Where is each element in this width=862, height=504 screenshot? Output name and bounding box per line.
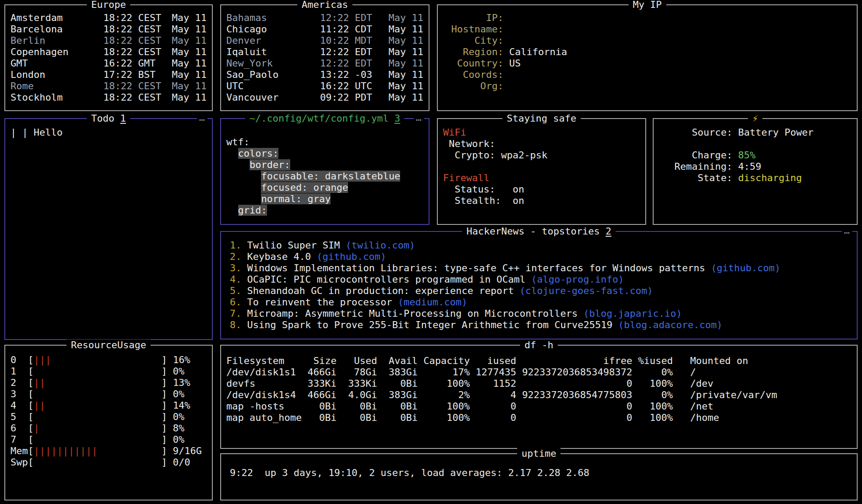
resource-row-value: ] 0% — [34, 366, 184, 377]
clock-row: Rome 18:22 CEST May 11 — [11, 80, 207, 92]
resource-usage-list: 0 [||| ] 16% 1 [ ] 0% 2 [|| ] 13% 3 [ ] … — [5, 346, 212, 472]
story-domain[interactable]: (medium.com) — [398, 297, 468, 308]
todo-more-indicator[interactable]: … — [197, 112, 208, 123]
story-title[interactable]: Windows Implementation Libraries: type-s… — [247, 262, 705, 273]
battery-row: Charge: 85% — [671, 150, 851, 161]
ip-field-row: Region: California — [443, 46, 851, 58]
config-line: wtf: — [226, 136, 423, 148]
hackernews-panel: HackerNews - topstories 2 … 1.Twilio Sup… — [220, 231, 858, 340]
europe-clock-list: Amsterdam 18:22 CEST May 11 Barcelona 18… — [5, 5, 212, 107]
clock-city: Iqaluit — [226, 46, 320, 58]
hackernews-story[interactable]: 7.Microamp: Asymmetric Multi-Processing … — [230, 308, 851, 319]
df-table: Filesystem Size Used Avail Capacity iuse… — [221, 346, 857, 427]
clock-row: UTC 16:22 UTC May 11 — [226, 80, 423, 92]
story-title[interactable]: Shenandoah GC in production: experience … — [247, 285, 514, 296]
resource-row-value: ] 16% — [51, 354, 190, 365]
hackernews-story[interactable]: 2.Keybase 4.0(github.com) — [230, 251, 851, 262]
clock-date: May 11 — [169, 58, 207, 69]
story-title[interactable]: Keybase 4.0 — [247, 251, 311, 262]
hackernews-story[interactable]: 4.OCaPIC: PIC microcontrollers programme… — [230, 274, 851, 285]
battery-row-label: State: — [671, 172, 732, 184]
config-line: grid: — [226, 205, 423, 216]
security-line-text: WiFi — [443, 127, 466, 138]
clock-row: Amsterdam 18:22 CEST May 11 — [11, 12, 207, 24]
clock-row: Sao_Paolo 13:22 -03 May 11 — [226, 69, 423, 80]
story-title[interactable]: To reinvent the processor — [247, 297, 392, 308]
config-file-path: ~/.config/wtf/config.yml — [250, 113, 389, 124]
config-file-shortcut: 3 — [394, 113, 400, 124]
story-domain[interactable]: (algo-prog.info) — [531, 274, 624, 285]
hackernews-story[interactable]: 3.Windows Implementation Libraries: type… — [230, 262, 851, 274]
battery-row-label: Remaining: — [671, 161, 732, 172]
config-more-indicator[interactable]: … — [414, 112, 424, 123]
config-line-text: wtf: — [226, 136, 250, 147]
staying-safe-panel-title: Staying safe — [503, 113, 581, 124]
ip-field-label: IP: — [443, 12, 503, 24]
hackernews-story[interactable]: 8.Using Spark to Prove 255-Bit Integer A… — [230, 319, 851, 331]
story-domain[interactable]: (github.com) — [317, 251, 386, 262]
uptime-panel: uptime 9:22 up 3 days, 19:10, 2 users, l… — [220, 453, 858, 500]
security-line-text: Firewall — [443, 172, 489, 183]
battery-info: Source: Battery Power Charge: 85% Remain… — [654, 119, 857, 187]
battery-row-value: Battery Power — [738, 127, 813, 138]
story-title[interactable]: Using Spark to Prove 255-Bit Integer Ari… — [247, 319, 612, 330]
resource-row-label: 6 [ — [11, 423, 34, 434]
df-panel-title-text: df -h — [524, 340, 553, 350]
todo-panel: Todo 1 … | |Hello — [4, 118, 213, 340]
todo-item[interactable]: | |Hello — [11, 127, 207, 138]
battery-panel: ⚡ Source: Battery Power Charge: 85% Rema… — [653, 118, 858, 225]
config-line-text: focused: orange — [261, 182, 348, 193]
todo-checkbox[interactable]: | | — [11, 127, 28, 138]
lightning-icon: ⚡ — [752, 113, 758, 124]
story-title[interactable]: OCaPIC: PIC microcontrollers programmed … — [247, 274, 526, 285]
hackernews-more-indicator[interactable]: … — [842, 225, 852, 236]
df-row: devfs 333Ki 333Ki 0Bi 100% 1152 0 100% /… — [226, 378, 851, 389]
clock-date: May 11 — [386, 58, 423, 69]
story-domain[interactable]: (blog.adacore.com) — [618, 319, 722, 330]
battery-row: Remaining: 4:59 — [671, 161, 851, 172]
todo-panel-title: Todo 1 — [87, 113, 130, 124]
clock-time: 12:22 EDT — [320, 12, 386, 24]
battery-row-label: Source: — [671, 127, 732, 138]
staying-safe-panel: Staying safe WiFi Network: Crypto: wpa2-… — [437, 118, 646, 225]
clock-date: May 11 — [169, 46, 207, 58]
clock-city: Sao_Paolo — [226, 69, 320, 80]
clock-time: 17:22 BST — [103, 69, 169, 80]
resource-row-label: 7 [ — [11, 434, 34, 445]
story-domain[interactable]: (blog.japaric.io) — [583, 308, 682, 319]
hackernews-story[interactable]: 5.Shenandoah GC in production: experienc… — [230, 285, 851, 297]
clock-time: 11:22 CDT — [320, 24, 386, 35]
clock-city: Amsterdam — [11, 12, 103, 24]
hackernews-story[interactable]: 6.To reinvent the processor(medium.com) — [230, 297, 851, 308]
ip-field-row: City: — [443, 35, 851, 46]
clock-city: Berlin — [11, 35, 103, 46]
clock-date: May 11 — [386, 69, 423, 80]
battery-row: State: discharging — [671, 172, 851, 184]
clock-date: May 11 — [386, 92, 423, 103]
clock-time: 13:22 -03 — [320, 69, 386, 80]
americas-panel-title: Americas — [297, 0, 352, 10]
story-domain[interactable]: (clojure-goes-fast.com) — [520, 285, 653, 296]
security-info: WiFi Network: Crypto: wpa2-psk Firewall … — [438, 119, 645, 210]
my-ip-panel-title-text: My IP — [633, 0, 661, 10]
story-domain[interactable]: (github.com) — [711, 262, 781, 273]
clock-time: 18:22 CEST — [103, 92, 169, 103]
config-file-panel: ~/.config/wtf/config.yml 3 … wtf: colors… — [220, 118, 429, 225]
config-line-indent — [226, 205, 238, 216]
resource-row-label: 1 [ — [11, 366, 34, 377]
clock-time: 12:22 EDT — [320, 58, 386, 69]
clock-city: Barcelona — [11, 24, 103, 35]
story-title[interactable]: Microamp: Asymmetric Multi-Processing on… — [247, 308, 578, 319]
df-header-row: Filesystem Size Used Avail Capacity iuse… — [226, 355, 851, 367]
story-domain[interactable]: (twilio.com) — [345, 240, 415, 251]
hackernews-story-list: 1.Twilio Super SIM(twilio.com) 2.Keybase… — [221, 232, 857, 334]
hackernews-story[interactable]: 1.Twilio Super SIM(twilio.com) — [230, 240, 851, 251]
battery-row — [671, 138, 851, 150]
clock-row: GMT 16:22 GMT May 11 — [11, 58, 207, 69]
hackernews-panel-title: HackerNews - topstories 2 — [462, 226, 616, 237]
resource-usage-panel-title-text: ResourceUsage — [71, 340, 146, 350]
clock-city: GMT — [11, 58, 103, 69]
clock-row: Berlin 18:22 CEST May 11 — [11, 35, 207, 46]
clock-row: Vancouver 09:22 PDT May 11 — [226, 92, 423, 103]
story-title[interactable]: Twilio Super SIM — [247, 240, 340, 251]
